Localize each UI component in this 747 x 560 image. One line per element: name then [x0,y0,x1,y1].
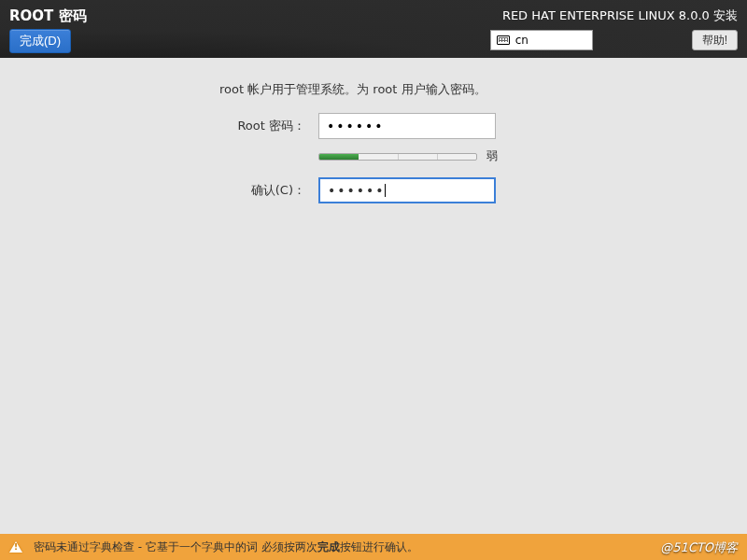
installer-title: RED HAT ENTERPRISE LINUX 8.0.0 安装 [490,7,738,24]
warning-bold: 完成 [317,540,340,553]
header-left: ROOT 密码 完成(D) [9,7,87,53]
page-title: ROOT 密码 [9,7,87,25]
keyboard-layout-selector[interactable]: cn [490,30,593,50]
header-right: RED HAT ENTERPRISE LINUX 8.0.0 安装 cn 帮助! [490,7,738,50]
warning-suffix: 按钮进行确认。 [340,540,418,553]
warning-icon [9,541,22,553]
keyboard-layout-value: cn [515,34,529,47]
text-cursor [385,184,386,197]
password-strength-fill [319,154,359,160]
watermark: @51CTO博客 [660,539,738,556]
password-row: Root 密码： [219,113,700,139]
confirm-password-value: •••••• [328,183,386,198]
header-controls: cn 帮助! [490,30,738,50]
warning-bar: 密码未通过字典检查 - 它基于一个字典中的词 必须按两次完成按钮进行确认。 @5… [0,534,747,560]
warning-prefix: 密码未通过字典检查 - 它基于一个字典中的词 必须按两次 [34,540,317,553]
header-bar: ROOT 密码 完成(D) RED HAT ENTERPRISE LINUX 8… [0,0,747,58]
main-content: root 帐户用于管理系统。为 root 用户输入密码。 Root 密码： 弱 … [0,58,747,222]
confirm-password-input[interactable]: •••••• [318,177,496,203]
help-button[interactable]: 帮助! [692,30,738,50]
warning-text: 密码未通过字典检查 - 它基于一个字典中的词 必须按两次完成按钮进行确认。 [34,539,418,555]
root-password-input[interactable] [318,113,496,139]
keyboard-icon [497,35,510,45]
confirm-label: 确认(C)： [219,182,318,199]
done-button[interactable]: 完成(D) [9,29,71,53]
password-strength-meter [318,153,477,161]
password-strength-row: 弱 [318,148,700,164]
password-label: Root 密码： [219,118,318,134]
confirm-row: 确认(C)： •••••• [219,177,700,203]
form-description: root 帐户用于管理系统。为 root 用户输入密码。 [219,81,700,98]
password-strength-label: 弱 [486,148,498,164]
